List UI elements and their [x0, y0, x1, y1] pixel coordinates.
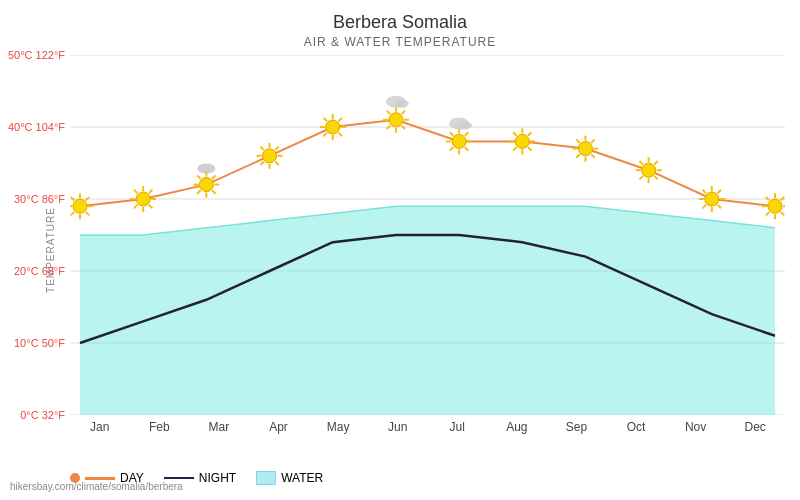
x-label: Apr: [249, 415, 309, 445]
svg-line-86: [591, 139, 595, 143]
svg-point-33: [199, 178, 213, 192]
svg-line-12: [71, 197, 75, 201]
svg-line-10: [71, 212, 75, 216]
svg-line-111: [766, 197, 770, 201]
svg-line-50: [338, 118, 342, 122]
chart-container: Berbera Somalia AIR & WATER TEMPERATURE …: [0, 0, 800, 500]
svg-line-82: [576, 154, 580, 158]
svg-line-57: [387, 111, 391, 115]
svg-line-48: [324, 118, 328, 122]
svg-point-78: [515, 134, 529, 148]
svg-point-15: [73, 199, 87, 213]
legend-water-swatch: [256, 471, 276, 485]
y-label: 40°C 104°F: [8, 121, 65, 133]
svg-point-96: [642, 163, 656, 177]
svg-line-44: [338, 133, 342, 137]
x-label: Jul: [427, 415, 487, 445]
svg-line-98: [717, 205, 721, 209]
legend-day-line: [85, 477, 115, 480]
svg-line-71: [528, 147, 532, 151]
chart-subtitle: AIR & WATER TEMPERATURE: [0, 35, 800, 49]
svg-line-109: [766, 212, 770, 216]
svg-line-30: [197, 175, 201, 179]
svg-line-55: [387, 125, 391, 129]
legend-water: WATER: [256, 471, 323, 485]
svg-point-87: [578, 142, 592, 156]
x-label: Sep: [547, 415, 607, 445]
x-axis: JanFebMarAprMayJunJulAugSepOctNovDec: [70, 415, 785, 445]
legend-water-label: WATER: [281, 471, 323, 485]
x-label: Aug: [487, 415, 547, 445]
chart-svg: [70, 55, 785, 415]
svg-point-24: [136, 192, 150, 206]
svg-line-14: [86, 197, 90, 201]
y-axis: 50°C 122°F40°C 104°F30°C 86°F20°C 68°F10…: [0, 55, 70, 415]
svg-line-37: [260, 161, 264, 165]
svg-line-100: [703, 205, 707, 209]
x-label: Jan: [70, 415, 130, 445]
svg-line-73: [513, 147, 517, 151]
svg-point-118: [458, 121, 472, 129]
y-label: 50°C 122°F: [8, 49, 65, 61]
svg-line-23: [149, 190, 153, 194]
y-label: 0°C 32°F: [20, 409, 65, 421]
chart-title: Berbera Somalia: [0, 0, 800, 33]
svg-line-59: [402, 111, 406, 115]
svg-line-32: [212, 175, 216, 179]
svg-line-39: [260, 147, 264, 151]
svg-line-84: [576, 139, 580, 143]
svg-line-41: [275, 147, 279, 151]
svg-line-102: [703, 190, 707, 194]
svg-point-69: [452, 134, 466, 148]
y-label: 30°C 86°F: [14, 193, 65, 205]
svg-line-17: [149, 205, 153, 209]
svg-line-46: [324, 133, 328, 137]
svg-line-28: [197, 190, 201, 194]
svg-point-51: [326, 120, 340, 134]
svg-line-77: [528, 132, 532, 136]
svg-line-26: [212, 190, 216, 194]
svg-point-42: [263, 149, 277, 163]
svg-point-105: [705, 192, 719, 206]
svg-line-95: [654, 161, 658, 165]
y-label: 20°C 68°F: [14, 265, 65, 277]
x-label: Dec: [725, 415, 785, 445]
svg-point-119: [197, 164, 215, 174]
svg-line-75: [513, 132, 517, 136]
svg-line-68: [465, 132, 469, 136]
svg-point-60: [389, 113, 403, 127]
x-label: Nov: [666, 415, 726, 445]
svg-line-62: [465, 147, 469, 151]
svg-line-35: [275, 161, 279, 165]
x-label: Oct: [606, 415, 666, 445]
x-label: May: [308, 415, 368, 445]
svg-point-116: [395, 100, 409, 108]
x-label: Feb: [130, 415, 190, 445]
svg-line-104: [717, 190, 721, 194]
svg-line-113: [781, 197, 785, 201]
legend-night-line: [164, 477, 194, 479]
x-label: Jun: [368, 415, 428, 445]
svg-line-21: [134, 190, 138, 194]
x-label: Mar: [189, 415, 249, 445]
svg-line-8: [86, 212, 90, 216]
svg-marker-6: [80, 206, 775, 415]
svg-line-93: [639, 161, 643, 165]
svg-line-53: [402, 125, 406, 129]
svg-line-64: [450, 147, 454, 151]
watermark: hikersbay.com/climate/somalia/berbera: [10, 481, 183, 492]
svg-line-107: [781, 212, 785, 216]
svg-line-91: [639, 176, 643, 180]
y-label: 10°C 50°F: [14, 337, 65, 349]
legend-night-label: NIGHT: [199, 471, 236, 485]
svg-line-80: [591, 154, 595, 158]
svg-line-19: [134, 205, 138, 209]
svg-line-89: [654, 176, 658, 180]
svg-point-114: [768, 199, 782, 213]
svg-line-66: [450, 132, 454, 136]
